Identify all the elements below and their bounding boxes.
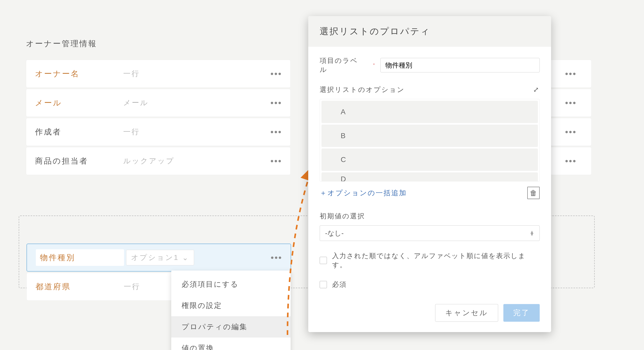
label-field-label: 項目のラベル xyxy=(320,56,365,74)
select-preview-text: オプション1 xyxy=(131,253,179,262)
field-row-property-type[interactable]: 物件種別 オプション1 ⌄ ••• xyxy=(26,244,291,272)
alpha-sort-checkbox[interactable] xyxy=(320,257,327,264)
field-type: メール xyxy=(123,98,149,108)
required-row[interactable]: 必須 xyxy=(320,280,540,289)
field-type: 一行 xyxy=(123,127,140,137)
field-list: オーナー名 一行 ••• メール メール ••• 作成者 一行 ••• 商品の担… xyxy=(26,60,291,176)
right-more-3[interactable]: ••• xyxy=(550,118,592,146)
option-b[interactable]: B xyxy=(321,125,538,147)
field-name: 商品の担当者 xyxy=(35,156,123,166)
delete-icon[interactable]: 🗑 xyxy=(527,187,540,199)
right-more-2[interactable]: ••• xyxy=(550,89,592,117)
field-type: 一行 xyxy=(123,69,140,79)
field-row-incharge[interactable]: 商品の担当者 ルックアップ ••• xyxy=(26,147,291,175)
required-asterisk-icon: * xyxy=(373,63,375,68)
right-more-4[interactable]: ••• xyxy=(550,147,592,175)
field-name: 物件種別 xyxy=(36,249,124,266)
more-icon[interactable]: ••• xyxy=(270,69,282,79)
field-row-creator[interactable]: 作成者 一行 ••• xyxy=(26,118,291,146)
more-icon[interactable]: ••• xyxy=(270,127,282,137)
right-more-1[interactable]: ••• xyxy=(550,60,592,88)
more-icon[interactable]: ••• xyxy=(270,98,282,108)
context-menu: 必須項目にする 権限の設定 プロパティの編集 値の置換 レイアウトのルールを作成 xyxy=(171,271,291,350)
field-type: ルックアップ xyxy=(123,156,175,166)
add-options-link[interactable]: ＋オプションの一括追加 xyxy=(320,188,407,198)
right-more-column: ••• ••• ••• ••• xyxy=(550,60,592,176)
modal-title: 選択リストのプロパティ xyxy=(308,16,551,47)
options-label: 選択リストのオプション xyxy=(320,85,405,94)
required-checkbox[interactable] xyxy=(320,281,327,288)
option-a[interactable]: A xyxy=(321,101,538,123)
option-c[interactable]: C xyxy=(321,149,538,171)
field-name: オーナー名 xyxy=(35,69,123,79)
field-row-owner[interactable]: オーナー名 一行 ••• xyxy=(26,60,291,88)
menu-item-replace-values[interactable]: 値の置換 xyxy=(171,338,291,350)
default-value-label: 初期値の選択 xyxy=(320,212,540,221)
options-list: A B C D xyxy=(320,99,540,181)
updown-icon: ▲▼ xyxy=(530,231,534,236)
alpha-sort-row[interactable]: 入力された順ではなく、アルファベット順に値を表示します。 xyxy=(320,251,540,270)
menu-item-edit-properties[interactable]: プロパティの編集 xyxy=(171,316,291,338)
field-name: 都道府県 xyxy=(36,281,124,292)
default-value-select[interactable]: -なし- ▲▼ xyxy=(320,225,540,241)
alpha-sort-label: 入力された順ではなく、アルファベット順に値を表示します。 xyxy=(332,251,540,270)
option-d[interactable]: D xyxy=(321,172,538,181)
properties-modal: 選択リストのプロパティ 項目のラベル * 選択リストのオプション ⤢ A B C… xyxy=(308,16,551,332)
select-preview[interactable]: オプション1 ⌄ xyxy=(126,250,194,265)
field-row-email[interactable]: メール メール ••• xyxy=(26,89,291,117)
done-button[interactable]: 完了 xyxy=(503,304,540,322)
section-title: オーナー管理情報 xyxy=(26,38,97,49)
more-icon[interactable]: ••• xyxy=(270,156,282,166)
required-label: 必須 xyxy=(332,280,347,289)
chevron-down-icon: ⌄ xyxy=(182,253,189,262)
cancel-button[interactable]: キャンセル xyxy=(435,304,498,322)
expand-icon[interactable]: ⤢ xyxy=(533,86,540,94)
field-name: 作成者 xyxy=(35,127,123,137)
field-name: メール xyxy=(35,98,123,108)
default-value-text: -なし- xyxy=(325,229,344,238)
menu-item-permissions[interactable]: 権限の設定 xyxy=(171,295,291,316)
field-label-input[interactable] xyxy=(380,58,540,72)
more-icon[interactable]: ••• xyxy=(271,253,282,263)
menu-item-required[interactable]: 必須項目にする xyxy=(171,274,291,295)
field-type: 一行 xyxy=(124,282,140,292)
